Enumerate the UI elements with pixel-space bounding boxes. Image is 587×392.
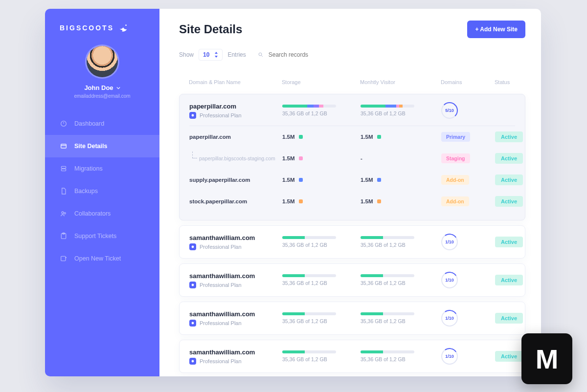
color-dot (377, 178, 381, 182)
site-card[interactable]: samanthawilliam.comProfessional Plan35,3… (179, 340, 525, 373)
search-input[interactable] (268, 51, 346, 59)
domain-name: samanthawilliam.com (189, 310, 282, 318)
storage-cell: 35,36 GB of 1,2 GB (282, 312, 361, 324)
sidebar-item-label: Support Tickets (74, 233, 116, 240)
sub-row[interactable]: stock.paperpillar.com1.5M1.5MAdd-onActiv… (189, 191, 515, 212)
color-dot (377, 199, 381, 203)
usage-bar (282, 105, 336, 108)
visitor-cell: 35,36 GB of 1,2 GB (361, 105, 441, 116)
app-window: BIGSCOOTS John Doe emailaddress@email.co… (45, 9, 541, 376)
domains-cell: 5/10 (441, 102, 495, 119)
domains-ring: 1/10 (441, 348, 458, 365)
storage-text: 35,36 GB of 1,2 GB (282, 280, 361, 286)
sub-status-cell: Active (495, 196, 539, 207)
sub-status-cell: Active (495, 131, 539, 142)
usage-bar (361, 236, 414, 239)
brand-bird-icon (118, 22, 129, 33)
usage-bar (361, 312, 414, 315)
profile-name: John Doe (84, 84, 113, 91)
show-label: Show (179, 51, 194, 58)
sidebar-item-collaborators[interactable]: Collaborators (45, 202, 159, 225)
brand-text: BIGSCOOTS (60, 24, 114, 32)
entries-label: Entries (227, 51, 246, 58)
search (258, 51, 346, 59)
svg-rect-4 (61, 166, 66, 168)
status-badge: Active (495, 131, 523, 142)
domain-cell: samanthawilliam.comProfessional Plan (189, 348, 282, 365)
visitor-cell: 35,36 GB of 1,2 GB (361, 274, 441, 286)
site-row: samanthawilliam.comProfessional Plan35,3… (189, 234, 515, 250)
site-card[interactable]: paperpillar.comProfessional Plan35,36 GB… (179, 94, 525, 220)
usage-bar (282, 350, 336, 353)
sidebar: BIGSCOOTS John Doe emailaddress@email.co… (45, 9, 159, 376)
main: Site Details + Add New Site Show 10 Entr… (159, 9, 541, 376)
sidebar-item-migrations[interactable]: Migrations (45, 157, 159, 180)
sidebar-item-dashboard[interactable]: Dashboard (45, 112, 159, 135)
domain-cell: samanthawilliam.comProfessional Plan (189, 234, 282, 250)
bar-segment (307, 105, 314, 108)
sub-visitor: 1.5M (361, 198, 441, 204)
sidebar-item-backups[interactable]: Backups (45, 180, 159, 202)
sidebar-item-open-new-ticket[interactable]: Open New Ticket (45, 247, 159, 270)
sub-row[interactable]: supply.paperpillar.com1.5M1.5MAdd-onActi… (189, 169, 515, 191)
col-status: Status (495, 79, 539, 85)
bar-segment (319, 105, 323, 108)
domains-ring: 5/10 (441, 102, 458, 119)
sub-visitor: - (361, 155, 441, 161)
status-cell: Active (495, 237, 539, 247)
svg-rect-10 (61, 256, 66, 261)
plan-name: Professional Plan (200, 112, 242, 118)
plan-badge-icon (189, 243, 196, 250)
profile-name-row[interactable]: John Doe (84, 84, 120, 91)
domain-name: paperpillar.com (189, 103, 282, 110)
status-cell: Active (495, 275, 539, 285)
col-domain: Domain & Plan Name (189, 79, 282, 85)
plan-name: Professional Plan (200, 244, 242, 250)
sub-domain: paperpillar.bigscoots-staging.com (189, 155, 282, 161)
sidebar-item-label: Open New Ticket (74, 255, 121, 262)
medium-badge-letter: M (536, 343, 559, 375)
site-card[interactable]: samanthawilliam.comProfessional Plan35,3… (179, 263, 525, 297)
status-cell: Active (495, 313, 539, 324)
search-icon (258, 52, 264, 58)
site-card[interactable]: samanthawilliam.comProfessional Plan35,3… (179, 225, 525, 259)
bar-segment (361, 105, 385, 108)
medium-badge[interactable]: M (521, 333, 572, 384)
svg-rect-5 (61, 169, 66, 171)
bar-segment (282, 350, 305, 353)
stepper-icon (214, 52, 218, 58)
bar-segment (282, 312, 305, 315)
sidebar-item-support-tickets[interactable]: Support Tickets (45, 225, 159, 247)
domains-cell: 1/10 (441, 310, 495, 327)
bar-segment (396, 105, 400, 108)
sub-rows: paperpillar.com1.5M1.5MPrimaryActivepape… (189, 126, 515, 212)
svg-point-17 (192, 360, 194, 362)
status-badge: Active (495, 313, 523, 324)
bar-segment (361, 312, 383, 315)
plan-badge-icon (189, 282, 196, 288)
domain-cell: paperpillar.comProfessional Plan (189, 103, 282, 119)
site-card[interactable]: samanthawilliam.comProfessional Plan35,3… (179, 302, 525, 335)
visitor-text: 35,36 GB of 1,2 GB (361, 280, 441, 286)
table-controls: Show 10 Entries (179, 49, 525, 61)
domain-name: samanthawilliam.com (189, 272, 282, 280)
svg-line-12 (261, 56, 263, 57)
storage-text: 35,36 GB of 1,2 GB (282, 242, 361, 248)
usage-bar (361, 350, 414, 353)
domains-cell: 1/10 (441, 348, 495, 365)
domain-name: samanthawilliam.com (189, 234, 282, 241)
avatar[interactable] (87, 46, 118, 77)
sub-row[interactable]: paperpillar.bigscoots-staging.com1.5M-St… (189, 148, 515, 169)
status-badge: Active (495, 351, 523, 362)
sub-tag-cell: Add-on (441, 196, 495, 206)
sub-row[interactable]: paperpillar.com1.5M1.5MPrimaryActive (189, 126, 515, 148)
sidebar-item-site-details[interactable]: Site Details (45, 135, 159, 157)
plan: Professional Plan (189, 320, 282, 327)
add-new-site-button[interactable]: + Add New Site (467, 21, 525, 38)
bar-segment (361, 236, 383, 239)
storage-cell: 35,36 GB of 1,2 GB (282, 274, 361, 286)
support-tickets-icon (60, 232, 68, 240)
entries-select[interactable]: 10 (199, 49, 223, 61)
sidebar-item-label: Dashboard (74, 120, 104, 127)
sub-tag-cell: Staging (441, 153, 495, 163)
